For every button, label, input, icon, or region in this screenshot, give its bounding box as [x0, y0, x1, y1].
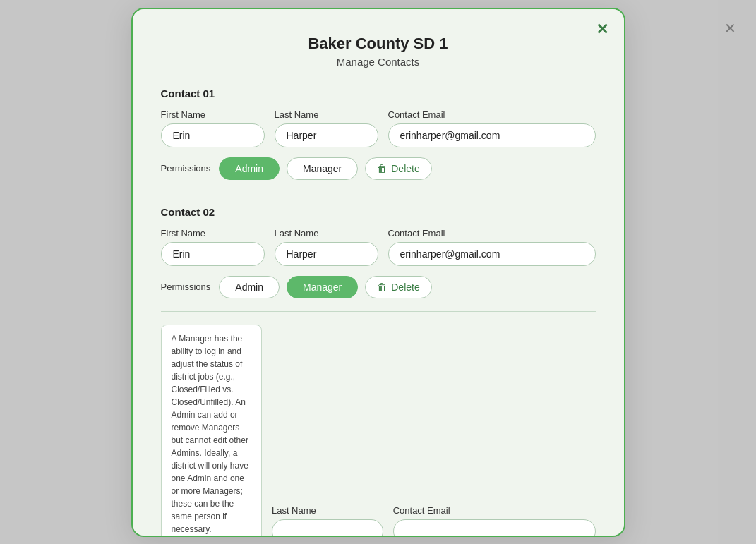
contact-2-firstname-group: First Name	[161, 228, 265, 266]
contact-2-email-label: Contact Email	[388, 228, 596, 238]
contact-1-fields-row: First Name Last Name Contact Email	[161, 109, 596, 147]
contact-1-email-input[interactable]	[388, 123, 596, 147]
contact-1-manager-button[interactable]: Manager	[287, 157, 358, 180]
contact-1-delete-button[interactable]: 🗑 Delete	[365, 157, 431, 180]
modal-container: ✕ Baker County SD 1 Manage Contacts Cont…	[131, 8, 625, 537]
contact-1-email-label: Contact Email	[388, 109, 596, 120]
contact-1-label: Contact 01	[161, 87, 596, 99]
contact-3-email-input[interactable]	[393, 519, 596, 537]
trash-icon-1: 🗑	[377, 163, 387, 174]
divider-1	[161, 193, 596, 193]
contact-2-email-input[interactable]	[388, 242, 596, 266]
contact-1-firstname-group: First Name	[161, 109, 265, 147]
contact-1-firstname-label: First Name	[161, 109, 265, 120]
contact-2-lastname-input[interactable]	[275, 242, 378, 266]
trash-icon-2: 🗑	[377, 282, 387, 293]
contact-1-permissions-row: Permissions Admin Manager 🗑 Delete	[161, 157, 596, 180]
contact-1-lastname-label: Last Name	[275, 109, 378, 120]
permissions-tooltip: A Manager has the ability to log in and …	[161, 325, 262, 537]
contact-2-delete-label: Delete	[391, 282, 419, 293]
contact-1-lastname-group: Last Name	[275, 109, 378, 147]
contact-2-lastname-label: Last Name	[275, 228, 378, 238]
contact-2-email-group: Contact Email	[388, 228, 596, 266]
window-close-button[interactable]: ✕	[724, 20, 736, 37]
contact-2-admin-button[interactable]: Admin	[219, 276, 280, 298]
contact-2-delete-button[interactable]: 🗑 Delete	[365, 276, 431, 298]
contact-section-3: A Manager has the ability to log in and …	[161, 325, 596, 537]
modal-subtitle: Manage Contacts	[161, 56, 596, 68]
contact-2-lastname-group: Last Name	[275, 228, 378, 266]
contact-2-firstname-input[interactable]	[161, 242, 265, 266]
contact-1-lastname-input[interactable]	[275, 123, 378, 147]
modal-close-button[interactable]: ✕	[596, 22, 608, 37]
modal-overlay: ✕ ✕ Baker County SD 1 Manage Contacts Co…	[0, 0, 756, 544]
contact-2-fields-row: First Name Last Name Contact Email	[161, 228, 596, 266]
contact-1-delete-label: Delete	[391, 163, 419, 174]
contact-1-permissions-label: Permissions	[161, 163, 211, 174]
divider-2	[161, 311, 596, 312]
contact-1-email-group: Contact Email	[388, 109, 596, 147]
contact-section-1: Contact 01 First Name Last Name Contact …	[161, 87, 596, 180]
modal-title: Baker County SD 1	[161, 35, 596, 53]
contact-section-2: Contact 02 First Name Last Name Contact …	[161, 206, 596, 298]
contact-3-email-label: Contact Email	[393, 505, 596, 516]
contact-2-manager-button[interactable]: Manager	[287, 276, 358, 298]
contact-3-fields-area: A Manager has the ability to log in and …	[161, 325, 596, 537]
contact-2-firstname-label: First Name	[161, 228, 265, 238]
contact-1-firstname-input[interactable]	[161, 123, 265, 147]
contact-3-lastname-input[interactable]	[272, 519, 383, 537]
contact-2-permissions-label: Permissions	[161, 282, 211, 292]
contact-1-admin-button[interactable]: Admin	[219, 157, 280, 180]
contact-3-lastname-label: Last Name	[272, 505, 383, 516]
contact-2-permissions-row: Permissions Admin Manager 🗑 Delete	[161, 276, 596, 298]
contact-2-label: Contact 02	[161, 206, 596, 218]
